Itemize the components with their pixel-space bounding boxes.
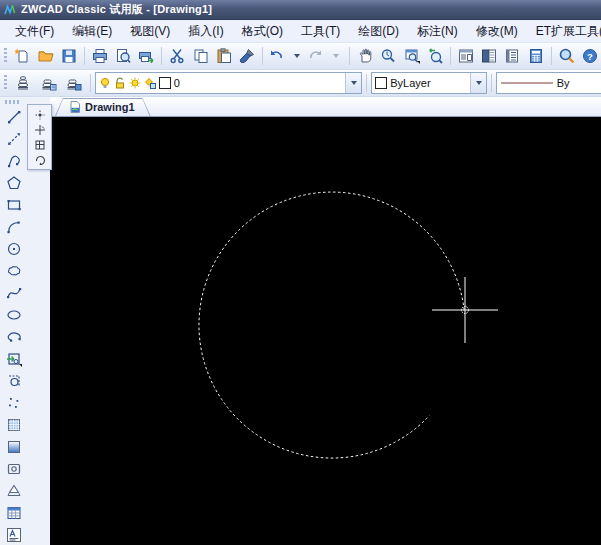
line-button[interactable]: [2, 106, 26, 127]
wipeout-icon: [6, 483, 22, 499]
snap-from-button[interactable]: [32, 123, 47, 137]
layer-translator-button[interactable]: [62, 71, 86, 95]
printer-icon: [92, 48, 108, 64]
menu-draw[interactable]: 绘图(D): [349, 21, 408, 42]
print-preview-button[interactable]: [112, 44, 134, 68]
menu-edit[interactable]: 编辑(E): [63, 21, 121, 42]
linetype-preview-icon: [500, 80, 554, 86]
polygon-button[interactable]: [2, 172, 26, 193]
match-properties-button[interactable]: [236, 44, 258, 68]
unlock-icon: [114, 77, 126, 89]
sun-icon: [129, 77, 141, 89]
redo-button[interactable]: [307, 44, 326, 68]
layer-combo[interactable]: 0: [95, 72, 362, 94]
quick-calc-button[interactable]: [525, 44, 547, 68]
rectangle-button[interactable]: [2, 194, 26, 215]
plot-export-icon: [138, 48, 154, 64]
pan-button[interactable]: [354, 44, 376, 68]
menu-bar: 文件(F) 编辑(E) 视图(V) 插入(I) 格式(O) 工具(T) 绘图(D…: [0, 20, 601, 43]
zoom-previous-button[interactable]: [424, 44, 446, 68]
print-button[interactable]: [89, 44, 111, 68]
circle-icon: [6, 241, 22, 257]
arc-button[interactable]: [2, 216, 26, 237]
zwcad-window: ZWCAD Classic 试用版 - [Drawing1] 文件(F) 编辑(…: [0, 0, 601, 545]
match-properties-brush-icon: [239, 48, 255, 64]
menu-format[interactable]: 格式(O): [233, 21, 292, 42]
table-button[interactable]: [2, 502, 26, 523]
ellipse-button[interactable]: [2, 304, 26, 325]
hatch-button[interactable]: [2, 414, 26, 435]
polygon-icon: [6, 175, 22, 191]
menu-modify[interactable]: 修改(M): [467, 21, 527, 42]
copy-button[interactable]: [189, 44, 211, 68]
draw-toolbar-grip[interactable]: [5, 100, 21, 104]
layer-translator-icon: [66, 75, 82, 91]
open-folder-icon: [38, 48, 54, 64]
color-combo-dropdown[interactable]: [470, 73, 486, 93]
open-button[interactable]: [34, 44, 56, 68]
chevron-down-icon: [294, 54, 300, 58]
insert-block-button[interactable]: [2, 348, 26, 369]
bulb-on-icon: [99, 77, 111, 89]
region-button[interactable]: [2, 458, 26, 479]
calculator-icon: [528, 48, 544, 64]
polyline-button[interactable]: [2, 150, 26, 171]
revision-cloud-button[interactable]: [2, 260, 26, 281]
construction-line-button[interactable]: [2, 128, 26, 149]
ellipse-arc-button[interactable]: [2, 326, 26, 347]
spline-button[interactable]: [2, 282, 26, 303]
point-button[interactable]: [2, 392, 26, 413]
rectangle-icon: [6, 197, 22, 213]
linetype-combo[interactable]: By: [496, 72, 601, 94]
menu-file[interactable]: 文件(F): [6, 21, 63, 42]
undo-button[interactable]: [267, 44, 286, 68]
cut-button[interactable]: [166, 44, 188, 68]
toolbar-separator: [84, 47, 85, 65]
line-icon: [6, 109, 22, 125]
color-combo[interactable]: ByLayer: [371, 72, 487, 94]
make-block-button[interactable]: [2, 370, 26, 391]
new-button[interactable]: [11, 44, 33, 68]
canvas-graphics: [50, 117, 601, 545]
zoom-window-button[interactable]: [401, 44, 423, 68]
curved-arrow-icon: [34, 154, 46, 166]
menu-insert[interactable]: 插入(I): [179, 21, 232, 42]
circle-button[interactable]: [2, 238, 26, 259]
layer-properties-manager-button[interactable]: [12, 71, 36, 95]
standard-toolbar: ?: [0, 43, 601, 70]
layers-properties-toolbar: 0 ByLayer By: [0, 70, 601, 97]
mtext-button[interactable]: [2, 524, 26, 545]
title-bar[interactable]: ZWCAD Classic 试用版 - [Drawing1]: [0, 0, 601, 20]
find-button[interactable]: [556, 44, 578, 68]
layer-states-manager-button[interactable]: [37, 71, 61, 95]
track-point-button[interactable]: [32, 108, 47, 122]
snap-rotate-button[interactable]: [32, 153, 47, 167]
layer-combo-dropdown[interactable]: [345, 73, 361, 93]
help-icon: ?: [582, 48, 598, 64]
designcenter-button[interactable]: [455, 44, 477, 68]
tab-drawing1[interactable]: Drawing1: [55, 98, 151, 116]
gradient-button[interactable]: [2, 436, 26, 457]
help-button[interactable]: ?: [579, 44, 601, 68]
plot-button[interactable]: [135, 44, 157, 68]
layers-toolbar-grip[interactable]: [3, 75, 8, 91]
save-button[interactable]: [58, 44, 80, 68]
tool-palettes-button[interactable]: [501, 44, 523, 68]
wipeout-button[interactable]: [2, 480, 26, 501]
undo-dropdown[interactable]: [287, 44, 306, 68]
snap-settings-button[interactable]: [32, 138, 47, 152]
standard-toolbar-grip[interactable]: [3, 48, 7, 64]
ellipse-icon: [6, 307, 22, 323]
zoom-realtime-button[interactable]: [377, 44, 399, 68]
menu-et-tools[interactable]: ET扩展工具(X): [527, 21, 601, 42]
menu-tools[interactable]: 工具(T): [292, 21, 349, 42]
toolbar-separator: [349, 47, 350, 65]
menu-dimension[interactable]: 标注(N): [408, 21, 467, 42]
mtext-icon: [6, 527, 22, 543]
redo-dropdown[interactable]: [326, 44, 345, 68]
save-floppy-icon: [61, 48, 77, 64]
paste-button[interactable]: [213, 44, 235, 68]
menu-view[interactable]: 视图(V): [121, 21, 179, 42]
properties-palette-button[interactable]: [478, 44, 500, 68]
drawing-canvas[interactable]: [50, 117, 601, 545]
